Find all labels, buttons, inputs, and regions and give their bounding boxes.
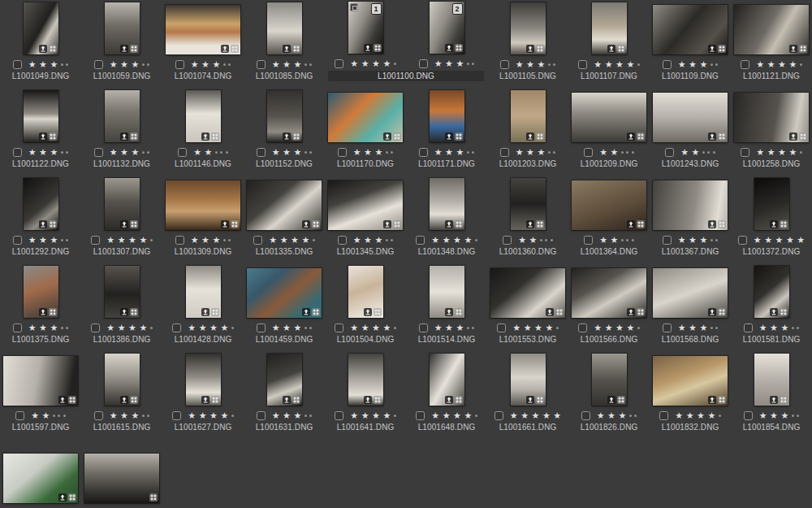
select-checkbox[interactable]	[91, 323, 100, 332]
star-filled-icon[interactable]: ★	[780, 323, 788, 332]
star-filled-icon[interactable]: ★	[139, 236, 147, 245]
select-checkbox[interactable]	[738, 236, 747, 245]
thumbnail-cell[interactable]: ★★★L1001615.DNG	[81, 351, 162, 439]
star-filled-icon[interactable]: ★	[131, 148, 139, 157]
star-empty-dot-icon[interactable]	[467, 63, 469, 65]
photo-thumbnail[interactable]	[24, 90, 58, 142]
star-empty-dot-icon[interactable]	[710, 63, 713, 66]
select-checkbox[interactable]	[581, 411, 590, 420]
photo-thumbnail[interactable]	[430, 178, 464, 230]
star-empty-dot-icon[interactable]	[61, 151, 63, 154]
star-filled-icon[interactable]: ★	[350, 411, 358, 420]
star-filled-icon[interactable]: ★	[607, 411, 615, 420]
star-rating[interactable]: ★★★★	[594, 59, 640, 69]
star-filled-icon[interactable]: ★	[456, 148, 464, 157]
photo-thumbnail[interactable]	[511, 90, 546, 142]
select-checkbox[interactable]	[257, 148, 266, 157]
star-filled-icon[interactable]: ★	[201, 236, 209, 245]
star-rating[interactable]: ★★★	[28, 59, 69, 69]
select-checkbox[interactable]	[13, 148, 22, 157]
star-filled-icon[interactable]: ★	[50, 60, 58, 69]
star-filled-icon[interactable]: ★	[110, 411, 118, 420]
photo-thumbnail[interactable]	[166, 180, 240, 230]
thumbnail-cell[interactable]: ★★★★L1001641.DNG	[325, 351, 406, 439]
star-empty-dot-icon[interactable]	[621, 239, 624, 241]
select-checkbox[interactable]	[584, 236, 593, 245]
thumbnail-cell[interactable]: ★★★L1001375.DNG	[0, 263, 81, 351]
select-checkbox[interactable]	[13, 323, 22, 332]
star-empty-dot-icon[interactable]	[467, 151, 469, 154]
star-empty-dot-icon[interactable]	[304, 151, 307, 154]
star-filled-icon[interactable]: ★	[680, 148, 689, 157]
star-filled-icon[interactable]: ★	[361, 59, 369, 68]
star-empty-dot-icon[interactable]	[309, 415, 312, 417]
star-empty-dot-icon[interactable]	[228, 63, 231, 66]
select-checkbox[interactable]	[91, 236, 100, 245]
star-empty-dot-icon[interactable]	[150, 239, 153, 241]
select-checkbox[interactable]	[172, 323, 181, 332]
select-checkbox[interactable]	[257, 60, 266, 69]
select-checkbox[interactable]	[335, 59, 343, 68]
photo-thumbnail[interactable]	[754, 266, 789, 318]
select-checkbox[interactable]	[178, 148, 187, 157]
star-rating[interactable]: ★★★	[28, 147, 69, 157]
star-filled-icon[interactable]: ★	[545, 323, 553, 332]
star-rating[interactable]: ★★	[193, 147, 228, 157]
select-checkbox[interactable]	[13, 236, 22, 245]
star-filled-icon[interactable]: ★	[382, 323, 391, 332]
thumbnail-cell[interactable]: ★★L1001209.DNG	[568, 88, 650, 176]
star-rating[interactable]: ★★★	[272, 323, 313, 332]
thumbnail-cell[interactable]: ★★L1001243.DNG	[650, 88, 731, 176]
photo-thumbnail[interactable]	[511, 2, 546, 54]
star-rating[interactable]: ★★★★	[269, 235, 315, 245]
select-checkbox[interactable]	[419, 59, 428, 68]
star-filled-icon[interactable]: ★	[50, 323, 58, 332]
star-filled-icon[interactable]: ★	[280, 236, 288, 245]
star-filled-icon[interactable]: ★	[110, 60, 118, 69]
star-filled-icon[interactable]: ★	[199, 411, 207, 420]
star-filled-icon[interactable]: ★	[31, 411, 39, 420]
star-empty-dot-icon[interactable]	[553, 151, 555, 154]
select-checkbox[interactable]	[416, 236, 425, 245]
star-filled-icon[interactable]: ★	[692, 148, 700, 157]
photo-thumbnail[interactable]	[754, 354, 789, 406]
star-empty-dot-icon[interactable]	[220, 151, 222, 154]
star-filled-icon[interactable]: ★	[293, 411, 301, 420]
star-filled-icon[interactable]: ★	[759, 323, 767, 332]
star-filled-icon[interactable]: ★	[510, 411, 518, 420]
photo-thumbnail[interactable]	[105, 354, 140, 406]
star-filled-icon[interactable]: ★	[139, 323, 147, 332]
thumbnail-cell[interactable]: ★★★L1001170.DNG	[325, 88, 406, 176]
star-filled-icon[interactable]: ★	[526, 60, 534, 69]
star-rating[interactable]: ★★★	[28, 235, 69, 245]
star-filled-icon[interactable]: ★	[512, 323, 520, 332]
star-empty-dot-icon[interactable]	[472, 63, 474, 65]
star-filled-icon[interactable]: ★	[291, 236, 299, 245]
star-rating[interactable]: ★★★	[28, 323, 69, 332]
star-empty-dot-icon[interactable]	[147, 415, 149, 417]
star-filled-icon[interactable]: ★	[293, 60, 301, 69]
star-filled-icon[interactable]: ★	[431, 236, 439, 245]
select-checkbox[interactable]	[175, 60, 184, 69]
star-filled-icon[interactable]: ★	[106, 323, 114, 332]
star-filled-icon[interactable]: ★	[293, 323, 301, 332]
star-empty-dot-icon[interactable]	[394, 415, 396, 417]
select-checkbox[interactable]	[663, 323, 672, 332]
thumbnail-cell[interactable]: ★★★L1001292.DNG	[0, 176, 81, 263]
photo-thumbnail[interactable]	[186, 266, 221, 318]
star-filled-icon[interactable]: ★	[382, 411, 391, 420]
thumbnail-cell[interactable]: ★★★★★L1001372.DNG	[731, 176, 812, 263]
star-filled-icon[interactable]: ★	[39, 323, 47, 332]
photo-thumbnail[interactable]	[186, 354, 221, 406]
star-empty-dot-icon[interactable]	[634, 415, 637, 417]
star-rating[interactable]: ★★★★★	[510, 410, 561, 420]
photo-thumbnail[interactable]	[511, 354, 546, 406]
star-empty-dot-icon[interactable]	[215, 151, 218, 154]
photo-thumbnail[interactable]	[653, 268, 728, 318]
star-filled-icon[interactable]: ★	[764, 236, 772, 245]
thumbnail-cell[interactable]: ★★★★L1001566.DNG	[568, 263, 650, 351]
photo-thumbnail[interactable]	[3, 454, 78, 503]
select-checkbox[interactable]	[578, 323, 587, 332]
star-filled-icon[interactable]: ★	[106, 236, 114, 245]
star-filled-icon[interactable]: ★	[518, 236, 526, 245]
